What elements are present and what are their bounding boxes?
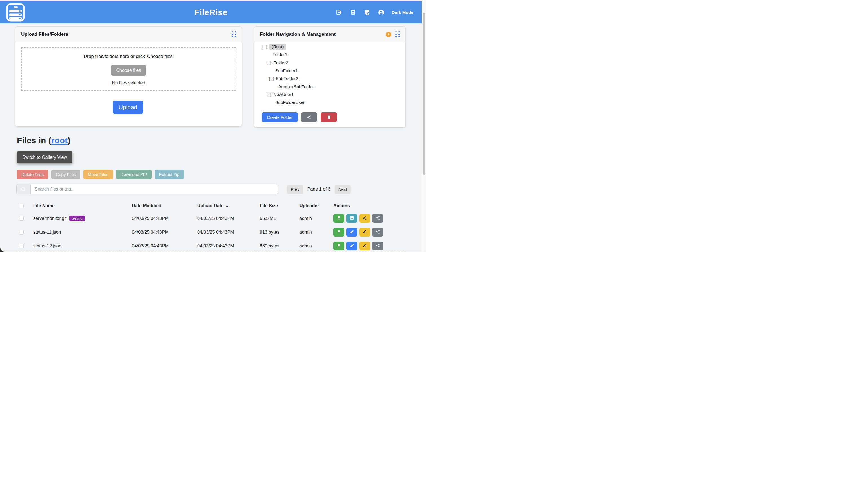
column-header-file-size[interactable]: File Size bbox=[260, 203, 299, 208]
create-folder-button[interactable]: Create Folder bbox=[262, 112, 298, 122]
folder-tree: [–] (Root) Folder1 [–] Folder2 SubFolder… bbox=[254, 43, 405, 106]
select-all-checkbox[interactable] bbox=[19, 203, 24, 208]
extract-zip-button[interactable]: Extract Zip bbox=[155, 169, 184, 179]
edit-file-button[interactable] bbox=[346, 228, 357, 236]
upload-dropzone[interactable]: Drop files/folders here or click 'Choose… bbox=[21, 47, 236, 91]
tree-item-folder2[interactable]: [–] Folder2 bbox=[254, 59, 405, 67]
delete-folder-button[interactable] bbox=[320, 112, 337, 122]
table-header-row: File Name Date Modified Upload Date▲ Fil… bbox=[16, 200, 406, 212]
upload-date: 04/03/25 04:43PM bbox=[197, 216, 260, 221]
choose-files-button[interactable]: Choose files bbox=[111, 65, 146, 76]
search-icon bbox=[16, 184, 31, 194]
search-bar bbox=[16, 184, 278, 194]
column-header-file-name[interactable]: File Name bbox=[33, 203, 132, 208]
download-zip-button[interactable]: Download ZIP bbox=[116, 169, 152, 179]
file-name[interactable]: status-12.json bbox=[33, 244, 62, 249]
filerise-app: FileRise bbox=[0, 0, 426, 252]
delete-files-button[interactable]: Delete Files bbox=[17, 169, 48, 179]
rename-button[interactable] bbox=[359, 241, 370, 250]
files-heading: Files in (root) bbox=[17, 136, 70, 145]
uploader: admin bbox=[299, 230, 333, 235]
rename-pencil-icon bbox=[363, 243, 367, 249]
rename-button[interactable] bbox=[359, 228, 370, 236]
tree-item-label[interactable]: Folder1 bbox=[273, 52, 288, 57]
row-checkbox[interactable] bbox=[19, 244, 24, 248]
download-button[interactable] bbox=[333, 228, 344, 236]
drag-handle-icon[interactable] bbox=[230, 30, 237, 39]
bulk-action-buttons: Delete Files Copy Files Move Files Downl… bbox=[17, 169, 184, 179]
scrollbar-track[interactable] bbox=[422, 0, 426, 252]
upload-button[interactable]: Upload bbox=[113, 101, 143, 114]
root-folder-link[interactable]: root bbox=[51, 136, 68, 145]
file-size: 869 bytes bbox=[260, 244, 299, 249]
row-checkbox[interactable] bbox=[19, 216, 24, 221]
rename-button[interactable] bbox=[359, 214, 370, 223]
date-modified: 04/03/25 04:43PM bbox=[132, 244, 197, 249]
tree-item-label[interactable]: SubFolder2 bbox=[276, 76, 298, 81]
preview-image-button[interactable] bbox=[346, 214, 357, 223]
date-modified: 04/03/25 04:43PM bbox=[132, 230, 197, 235]
tree-toggle-icon[interactable]: [–] bbox=[266, 60, 271, 65]
column-header-upload-date[interactable]: Upload Date▲ bbox=[197, 203, 260, 208]
upload-date: 04/03/25 04:43PM bbox=[197, 244, 260, 249]
tree-item-label[interactable]: Folder2 bbox=[273, 60, 288, 65]
heading-suffix: ) bbox=[68, 136, 70, 145]
drag-handle-icon[interactable] bbox=[394, 30, 401, 39]
uploader: admin bbox=[299, 216, 333, 221]
pagination: Prev Page 1 of 3 Next bbox=[287, 184, 351, 194]
tree-item-newuser1[interactable]: [–] NewUser1 bbox=[254, 91, 405, 98]
pencil-icon bbox=[307, 114, 312, 120]
tree-item-root[interactable]: [–] (Root) bbox=[254, 43, 405, 51]
tree-item-label[interactable]: NewUser1 bbox=[273, 92, 294, 97]
row-checkbox[interactable] bbox=[19, 230, 24, 235]
column-header-date-modified[interactable]: Date Modified bbox=[132, 203, 197, 208]
table-row: servermonitor.gif testing 04/03/25 04:43… bbox=[16, 212, 406, 225]
tree-item-label[interactable]: SubFolderUser bbox=[275, 100, 305, 105]
next-page-button[interactable]: Next bbox=[335, 185, 351, 194]
tree-toggle-icon[interactable]: [–] bbox=[269, 76, 274, 81]
dark-mode-toggle[interactable]: Dark Mode bbox=[392, 10, 413, 15]
download-button[interactable] bbox=[333, 214, 344, 223]
search-input[interactable] bbox=[31, 184, 278, 194]
account-icon[interactable] bbox=[378, 9, 385, 16]
copy-files-button[interactable]: Copy Files bbox=[51, 169, 80, 179]
rename-pencil-icon bbox=[363, 216, 367, 221]
tree-item-subfolder1[interactable]: SubFolder1 bbox=[254, 67, 405, 75]
tree-toggle-icon[interactable]: [–] bbox=[266, 92, 271, 97]
file-name[interactable]: status-11.json bbox=[33, 230, 61, 235]
tree-item-folder1[interactable]: Folder1 bbox=[254, 51, 405, 58]
share-button[interactable] bbox=[372, 241, 383, 250]
tree-item-subfolderuser[interactable]: SubFolderUser bbox=[254, 98, 405, 106]
column-header-uploader[interactable]: Uploader bbox=[299, 203, 333, 208]
tree-toggle-icon[interactable]: [–] bbox=[262, 44, 267, 49]
app-header: FileRise bbox=[0, 1, 422, 23]
uploader: admin bbox=[299, 244, 333, 249]
edit-file-button[interactable] bbox=[346, 241, 357, 250]
tree-item-subfolder2[interactable]: [–] SubFolder2 bbox=[254, 75, 405, 83]
tree-item-label[interactable]: AnotherSubFolder bbox=[278, 84, 314, 89]
share-button[interactable] bbox=[372, 214, 383, 223]
share-icon bbox=[376, 243, 380, 249]
tree-item-label[interactable]: SubFolder1 bbox=[275, 68, 298, 73]
share-button[interactable] bbox=[372, 228, 383, 236]
info-icon[interactable]: i bbox=[386, 32, 392, 37]
trash-restore-icon[interactable] bbox=[349, 9, 357, 16]
share-icon bbox=[376, 230, 380, 235]
no-files-text: No files selected bbox=[112, 80, 145, 86]
image-icon bbox=[350, 216, 354, 221]
admin-panel-icon[interactable] bbox=[363, 9, 371, 16]
move-files-button[interactable]: Move Files bbox=[83, 169, 113, 179]
folder-actions: Create Folder bbox=[262, 112, 337, 122]
logout-icon[interactable] bbox=[335, 9, 343, 16]
tree-item-anothersubfolder[interactable]: AnotherSubFolder bbox=[254, 83, 405, 90]
tree-item-label[interactable]: (Root) bbox=[269, 44, 286, 50]
file-name[interactable]: servermonitor.gif bbox=[33, 216, 67, 221]
switch-gallery-view-button[interactable]: Switch to Gallery View bbox=[17, 151, 72, 163]
download-button[interactable] bbox=[333, 241, 344, 250]
download-icon bbox=[337, 216, 341, 221]
scrollbar-thumb[interactable] bbox=[423, 13, 425, 175]
prev-page-button[interactable]: Prev bbox=[287, 185, 303, 194]
rename-folder-button[interactable] bbox=[301, 112, 317, 122]
trash-icon bbox=[327, 114, 331, 120]
page-indicator: Page 1 of 3 bbox=[307, 187, 331, 192]
